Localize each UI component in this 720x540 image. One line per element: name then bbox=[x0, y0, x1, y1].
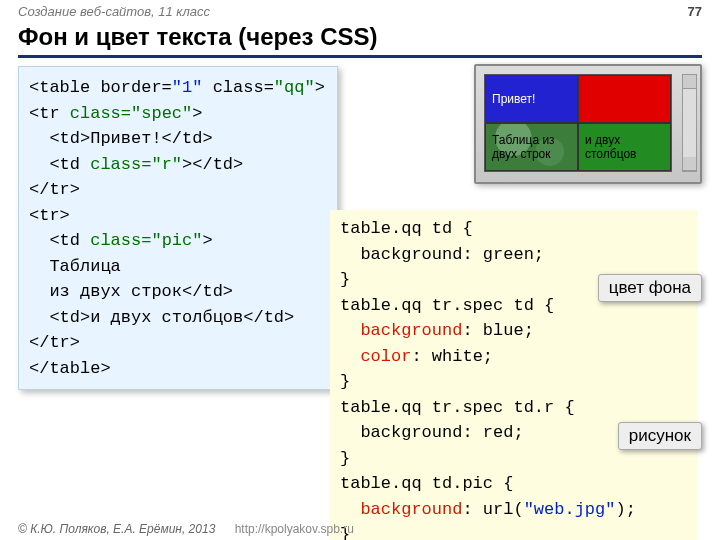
preview-cell-3: Таблица из двух строк bbox=[485, 123, 578, 171]
breadcrumb: Создание веб-сайтов, 11 класс bbox=[18, 4, 210, 19]
preview-cell-4: и двух столбцов bbox=[578, 123, 671, 171]
footer: © К.Ю. Поляков, Е.А. Ерёмин, 2013 http:/… bbox=[18, 522, 354, 536]
page-title: Фон и цвет текста (через CSS) bbox=[18, 23, 702, 58]
html-code-block: <table border="1" class="qq"> <tr class=… bbox=[18, 66, 338, 390]
preview-cell-1: Привет! bbox=[485, 75, 578, 123]
css-code-block: table.qq td { background: green; } table… bbox=[330, 210, 698, 540]
content-area: <table border="1" class="qq"> <tr class=… bbox=[0, 58, 720, 498]
preview-cell-2 bbox=[578, 75, 671, 123]
footer-link[interactable]: http://kpolyakov.spb.ru bbox=[235, 522, 354, 536]
header-bar: Создание веб-сайтов, 11 класс 77 bbox=[0, 0, 720, 19]
scrollbar-vertical[interactable] bbox=[682, 74, 697, 172]
callout-bgcolor: цвет фона bbox=[598, 274, 702, 302]
callout-picture: рисунок bbox=[618, 422, 702, 450]
footer-copyright: © К.Ю. Поляков, Е.А. Ерёмин, 2013 bbox=[18, 522, 215, 536]
page-number: 77 bbox=[688, 4, 702, 19]
preview-window: Привет! Таблица из двух строк и двух сто… bbox=[474, 64, 702, 184]
preview-table: Привет! Таблица из двух строк и двух сто… bbox=[484, 74, 672, 172]
